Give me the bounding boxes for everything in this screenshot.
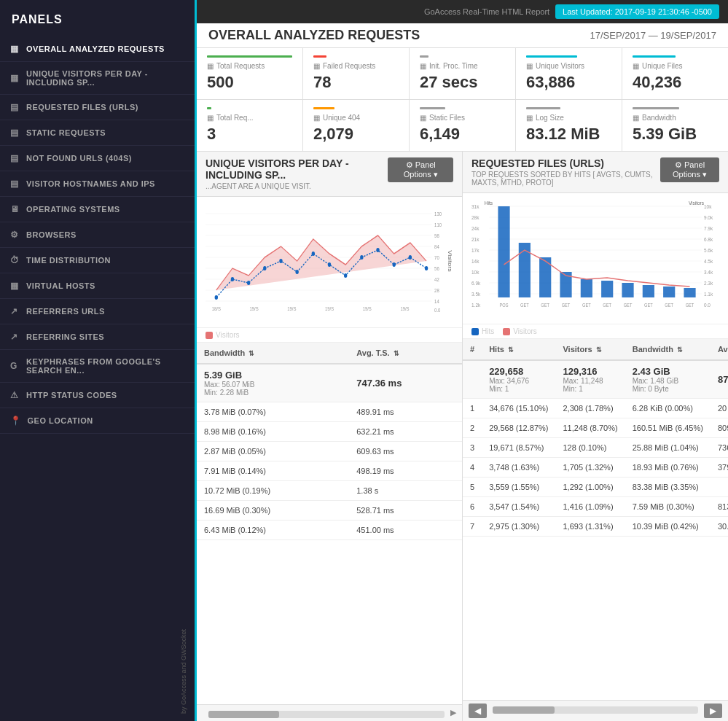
svg-text:0.0: 0.0 (434, 307, 440, 312)
right-panel-options-button[interactable]: ⚙ Panel Options ▾ (660, 157, 719, 182)
left-row-bandwidth: 10.72 MiB (0.19%) (197, 481, 349, 501)
sidebar-icon-visitor-hostnames: ▤ (10, 179, 20, 189)
date-range: 17/SEP/2017 — 19/SEP/2017 (590, 30, 716, 41)
sidebar-icon-browsers: ⚙ (10, 230, 20, 240)
sidebar-icon-geo-location: 📍 (10, 416, 22, 426)
right-row-hits: 3,547 (1.54%) (482, 497, 555, 517)
hits-legend-label: Hits (482, 327, 494, 335)
right-row-visitors: 1,705 (1.32%) (555, 458, 625, 478)
visitors-legend-label: Visitors (216, 331, 240, 339)
right-row-avg-ts: 20 (711, 399, 728, 418)
col-bandwidth[interactable]: Bandwidth ⇅ (625, 339, 711, 360)
col-avg-ts[interactable]: Avg. T.S. ⇅ (349, 343, 462, 364)
svg-point-18 (344, 273, 347, 278)
sidebar-item-unique-visitors[interactable]: ▦Unique Visitors Per Day - Including SP.… (0, 62, 195, 95)
svg-text:GET: GET (644, 302, 653, 308)
stat-card-init-proc-time: ▦ Init. Proc. Time 27 secs (410, 48, 516, 99)
sidebar-item-geo-location[interactable]: 📍Geo Location (0, 408, 195, 434)
stat-card2-static-files: ▦ Static Files 6,149 (410, 100, 516, 151)
sidebar-icon-static-requests: ▤ (10, 128, 20, 138)
right-row-num: 7 (463, 517, 482, 537)
svg-point-23 (425, 266, 428, 270)
sidebar-item-referring-sites[interactable]: ↗Referring Sites (0, 324, 195, 350)
sidebar-item-label-browsers: Browsers (26, 230, 77, 239)
left-chart-area: 130 110 98 84 70 56 42 28 14 0.0 Visitor… (197, 197, 462, 328)
svg-text:31k: 31k (471, 203, 480, 210)
sidebar-item-http-status[interactable]: ⚠HTTP Status Codes (0, 383, 195, 408)
sidebar-item-label-virtual-hosts: Virtual Hosts (26, 281, 95, 290)
svg-text:14k: 14k (471, 257, 480, 265)
sidebar-item-static-requests[interactable]: ▤Static Requests (0, 120, 195, 146)
svg-rect-56 (622, 283, 633, 297)
right-row-visitors: 128 (0.10%) (555, 438, 625, 458)
col-avg-t[interactable]: Avg. T (711, 339, 728, 360)
right-scrollbar-thumb[interactable] (493, 706, 555, 714)
sidebar-item-visitor-hostnames[interactable]: ▤Visitor Hostnames and IPs (0, 171, 195, 197)
sidebar-item-virtual-hosts[interactable]: ▦Virtual Hosts (0, 273, 195, 299)
svg-text:Visitors: Visitors (689, 199, 704, 206)
svg-text:110: 110 (434, 222, 442, 227)
sidebar-icon-requested-files: ▤ (10, 102, 20, 112)
svg-text:3.5k: 3.5k (471, 290, 481, 297)
stat-label-unique-files: ▦ Unique Files (633, 62, 718, 70)
left-panel-options-button[interactable]: ⚙ Panel Options ▾ (388, 157, 453, 182)
sidebar-icon-virtual-hosts: ▦ (10, 281, 20, 291)
sidebar-watermark: by GoAccess and GWSocket (173, 622, 195, 721)
right-next-button[interactable]: ▶ (704, 704, 722, 718)
sidebar-nav: ▦Overall Analyzed Requests▦Unique Visito… (0, 36, 195, 434)
sidebar-item-operating-systems[interactable]: 🖥Operating Systems (0, 197, 195, 222)
right-prev-button[interactable]: ◀ (469, 704, 487, 718)
sidebar-item-time-distribution[interactable]: ⏱Time Distribution (0, 248, 195, 273)
sidebar-icon-http-status: ⚠ (10, 390, 20, 400)
right-row-bandwidth: 160.51 MiB (6.45%) (625, 418, 711, 438)
svg-text:19/S: 19/S (249, 305, 258, 311)
left-table-row: 3.78 MiB (0.07%) 489.91 ms (197, 402, 462, 422)
left-row-avg-ts: 528.71 ms (349, 501, 462, 521)
stat-value-unique-files: 40,236 (633, 73, 718, 92)
stat-value2-total-requests2: 3 (207, 125, 292, 144)
sidebar-item-not-found[interactable]: ▤Not Found URLs (404s) (0, 146, 195, 171)
left-scroll-arrow[interactable]: ▶ (450, 708, 456, 718)
stat-label2-unique-404: ▦ Unique 404 (313, 114, 399, 122)
left-row-avg-ts: 451.00 ms (349, 521, 462, 540)
svg-text:Hits: Hits (485, 199, 493, 206)
sidebar-item-keyphrases[interactable]: GKeyphrases from Google's Search En... (0, 350, 195, 383)
left-row-bandwidth: 16.69 MiB (0.30%) (197, 501, 349, 521)
chart-icon: ▦ (633, 62, 639, 70)
svg-text:9.0k: 9.0k (704, 214, 713, 221)
col-hits[interactable]: Hits ⇅ (482, 339, 555, 360)
svg-text:5.6k: 5.6k (704, 246, 713, 254)
sidebar-item-label-unique-visitors: Unique Visitors Per Day - Including SP..… (26, 69, 184, 87)
svg-point-11 (231, 277, 234, 281)
left-panel-table: Bandwidth ⇅ Avg. T.S. ⇅ 5.39 GiB Max: 56… (197, 343, 462, 704)
stat-bar2-static-files (420, 107, 445, 109)
sidebar-item-requested-files[interactable]: ▤Requested Files (URLs) (0, 95, 195, 120)
sidebar-icon-referrers-urls: ↗ (10, 306, 20, 316)
left-table-row: 16.69 MiB (0.30%) 528.71 ms (197, 501, 462, 521)
sidebar-item-browsers[interactable]: ⚙Browsers (0, 222, 195, 248)
right-scrollbar-track[interactable] (493, 706, 698, 714)
chart-icon: ▦ (313, 62, 320, 70)
left-table-row: 6.43 MiB (0.12%) 451.00 ms (197, 521, 462, 540)
svg-rect-51 (519, 243, 531, 297)
chart-icon: ▦ (526, 62, 533, 70)
svg-text:21k: 21k (471, 235, 480, 243)
stat-value2-log-size: 83.12 MiB (526, 125, 611, 144)
stat-card2-total-requests2: ▦ Total Req... 3 (197, 100, 303, 151)
col-visitors[interactable]: Visitors ⇅ (555, 339, 625, 360)
left-scrollbar-thumb[interactable] (208, 711, 279, 718)
svg-point-13 (263, 266, 266, 270)
stat-label2-log-size: ▦ Log Size (526, 114, 611, 122)
right-row-visitors: 1,416 (1.09%) (555, 497, 625, 517)
col-bandwidth[interactable]: Bandwidth ⇅ (197, 343, 349, 364)
left-panel-subtitle: ...AGENT ARE A UNIQUE VISIT. (206, 182, 388, 190)
left-scrollbar-track[interactable] (208, 711, 445, 718)
sidebar-item-label-http-status: HTTP Status Codes (26, 391, 117, 400)
stat-label-failed-requests: ▦ Failed Requests (313, 62, 399, 70)
sidebar-icon-keyphrases: G (10, 361, 20, 371)
right-row-avg-ts: 30. (711, 517, 728, 537)
sidebar-item-overall[interactable]: ▦Overall Analyzed Requests (0, 36, 195, 62)
right-row-avg-ts: 736. (711, 438, 728, 458)
panels-row: UNIQUE VISITORS PER DAY - INCLUDING SP..… (197, 152, 728, 721)
sidebar-item-referrers-urls[interactable]: ↗Referrers URLs (0, 299, 195, 324)
